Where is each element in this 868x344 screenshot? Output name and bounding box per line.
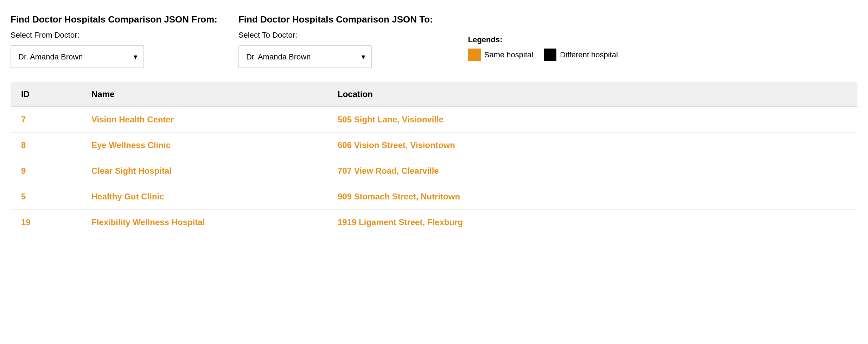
cell-name: Eye Wellness Clinic [81, 133, 327, 158]
from-doctor-group: Find Doctor Hospitals Comparison JSON Fr… [11, 14, 217, 68]
to-title: Find Doctor Hospitals Comparison JSON To… [238, 14, 433, 25]
hospitals-table-container: ID Name Location 7Vision Health Center50… [11, 82, 857, 235]
cell-id: 7 [11, 107, 81, 133]
cell-id: 19 [11, 210, 81, 235]
cell-name: Flexibility Wellness Hospital [81, 210, 327, 235]
legend-items: Same hospital Different hospital [468, 49, 618, 61]
from-title: Find Doctor Hospitals Comparison JSON Fr… [11, 14, 217, 25]
table-row: 7Vision Health Center505 Sight Lane, Vis… [11, 107, 857, 133]
column-header-name: Name [81, 82, 327, 107]
cell-id: 5 [11, 184, 81, 210]
cell-name: Clear Sight Hospital [81, 158, 327, 184]
cell-name: Healthy Gut Clinic [81, 184, 327, 210]
hospitals-table: ID Name Location 7Vision Health Center50… [11, 82, 857, 235]
different-hospital-label: Different hospital [560, 50, 618, 59]
cell-id: 9 [11, 158, 81, 184]
top-controls: Find Doctor Hospitals Comparison JSON Fr… [11, 14, 857, 68]
cell-location: 606 Vision Street, Visiontown [327, 133, 857, 158]
to-doctor-select[interactable]: Dr. Amanda Brown Dr. John Smith Dr. Emil… [238, 45, 372, 68]
cell-location: 505 Sight Lane, Visionville [327, 107, 857, 133]
from-select-wrapper[interactable]: Dr. Amanda Brown Dr. John Smith Dr. Emil… [11, 45, 144, 68]
legend-same: Same hospital [468, 49, 533, 61]
cell-location: 1919 Ligament Street, Flexburg [327, 210, 857, 235]
table-row: 5Healthy Gut Clinic909 Stomach Street, N… [11, 184, 857, 210]
cell-location: 707 View Road, Clearville [327, 158, 857, 184]
table-row: 19Flexibility Wellness Hospital1919 Liga… [11, 210, 857, 235]
table-row: 8Eye Wellness Clinic606 Vision Street, V… [11, 133, 857, 158]
to-label: Select To Doctor: [238, 31, 433, 40]
cell-name: Vision Health Center [81, 107, 327, 133]
to-doctor-group: Find Doctor Hospitals Comparison JSON To… [238, 14, 433, 68]
legend-title: Legends: [468, 35, 618, 44]
column-header-location: Location [327, 82, 857, 107]
same-hospital-swatch [468, 49, 481, 61]
legend-different: Different hospital [544, 49, 618, 61]
column-header-id: ID [11, 82, 81, 107]
to-select-wrapper[interactable]: Dr. Amanda Brown Dr. John Smith Dr. Emil… [238, 45, 372, 68]
same-hospital-label: Same hospital [484, 50, 533, 59]
cell-location: 909 Stomach Street, Nutritown [327, 184, 857, 210]
legend-section: Legends: Same hospital Different hospita… [468, 14, 618, 61]
different-hospital-swatch [544, 49, 556, 61]
from-doctor-select[interactable]: Dr. Amanda Brown Dr. John Smith Dr. Emil… [11, 45, 144, 68]
table-header-row: ID Name Location [11, 82, 857, 107]
table-row: 9Clear Sight Hospital707 View Road, Clea… [11, 158, 857, 184]
from-label: Select From Doctor: [11, 31, 217, 40]
cell-id: 8 [11, 133, 81, 158]
